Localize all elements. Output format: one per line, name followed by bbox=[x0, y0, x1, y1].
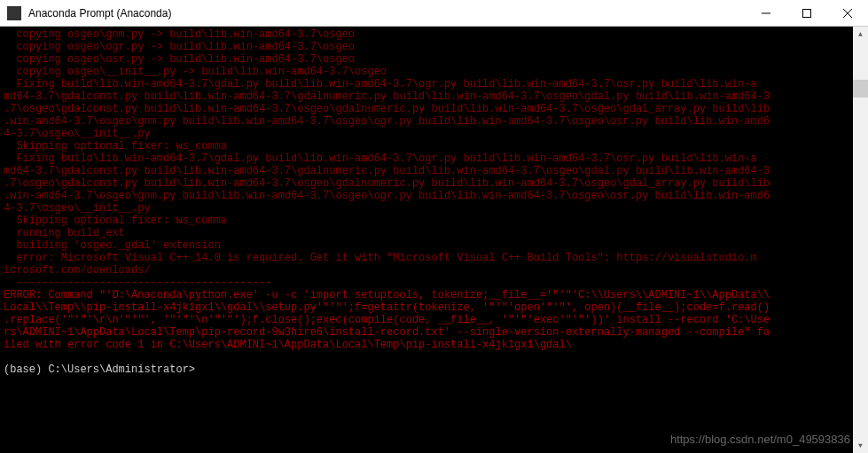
command-prompt: (base) C:\Users\Administrator> bbox=[4, 363, 195, 376]
output-line: copying osgeo\ogr.py -> build\lib.win-am… bbox=[4, 41, 355, 53]
error-line: Local\\Temp\\pip-install-x4jk1gx1\\gdal\… bbox=[4, 301, 770, 314]
output-line: .7\osgeo\gdalconst.py build\lib.win-amd6… bbox=[4, 103, 770, 115]
output-line: .win-amd64-3.7\osgeo\gnm.py build\lib.wi… bbox=[4, 115, 770, 128]
app-icon bbox=[7, 6, 21, 20]
error-line: ERROR: Command "'D:\Anaconda\python.exe'… bbox=[4, 289, 770, 301]
output-line: running build_ext bbox=[4, 227, 125, 239]
scroll-up-arrow[interactable]: ▲ bbox=[853, 27, 868, 42]
output-line: md64-3.7\gdalconst.py build\lib.win-amd6… bbox=[4, 165, 770, 177]
window-title: Anaconda Prompt (Anaconda) bbox=[28, 7, 171, 20]
minimize-button[interactable] bbox=[746, 0, 786, 26]
output-line: ---------------------------------------- bbox=[4, 277, 271, 289]
console-area: copying osgeo\gnm.py -> build\lib.win-am… bbox=[0, 27, 868, 453]
output-line: Skipping optional fixer: ws_comma bbox=[4, 215, 227, 227]
output-line: md64-3.7\gdalconst.py build\lib.win-amd6… bbox=[4, 90, 770, 103]
output-line: copying osgeo\osr.py -> build\lib.win-am… bbox=[4, 53, 355, 66]
maximize-button[interactable] bbox=[786, 0, 827, 26]
window-titlebar: Anaconda Prompt (Anaconda) bbox=[0, 0, 868, 27]
output-line: Fixing build\lib.win-amd64-3.7\gdal.py b… bbox=[4, 78, 757, 90]
output-line: copying osgeo\gnm.py -> build\lib.win-am… bbox=[4, 28, 355, 41]
console-output[interactable]: copying osgeo\gnm.py -> build\lib.win-am… bbox=[0, 27, 853, 453]
close-icon bbox=[843, 9, 852, 18]
output-line: 4-3.7\osgeo\__init__.py bbox=[4, 202, 151, 215]
output-line: copying osgeo\__init__.py -> build\lib.w… bbox=[4, 66, 387, 78]
output-line: .win-amd64-3.7\osgeo\gnm.py build\lib.wi… bbox=[4, 190, 770, 202]
output-line: 4-3.7\osgeo\__init__.py bbox=[4, 128, 151, 140]
output-line: building 'osgeo._gdal' extension bbox=[4, 239, 221, 252]
error-line: iled with error code 1 in C:\Users\ADMIN… bbox=[4, 339, 572, 351]
error-line: rs\ADMINI~1\AppData\Local\Temp\pip-recor… bbox=[4, 326, 770, 339]
output-line: error: Microsoft Visual C++ 14.0 is requ… bbox=[4, 252, 757, 264]
output-line: icrosoft.com/downloads/ bbox=[4, 264, 151, 277]
minimize-icon bbox=[762, 9, 770, 18]
watermark-text: https://blog.csdn.net/m0_49593836 bbox=[670, 433, 850, 446]
window-controls bbox=[746, 0, 868, 26]
vertical-scrollbar[interactable]: ▲ ▼ bbox=[853, 27, 868, 453]
output-line: Skipping optional fixer: ws_comma bbox=[4, 140, 227, 152]
titlebar-left: Anaconda Prompt (Anaconda) bbox=[0, 6, 171, 20]
svg-rect-1 bbox=[803, 9, 811, 17]
scroll-thumb[interactable] bbox=[853, 80, 868, 98]
output-line: .7\osgeo\gdalconst.py build\lib.win-amd6… bbox=[4, 177, 770, 190]
output-line: Fixing build\lib.win-amd64-3.7\gdal.py b… bbox=[4, 152, 757, 165]
maximize-icon bbox=[802, 9, 811, 18]
close-button[interactable] bbox=[827, 0, 868, 26]
error-line: .replace('"'"'\r\n'"'"', '"'"'\n'"'"');f… bbox=[4, 314, 770, 326]
scroll-down-arrow[interactable]: ▼ bbox=[853, 438, 868, 453]
